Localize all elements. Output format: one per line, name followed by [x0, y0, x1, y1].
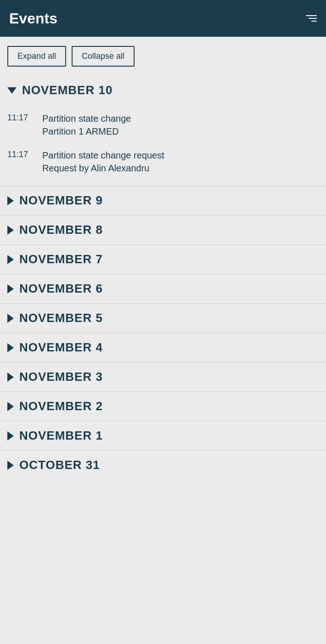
date-header-nov10[interactable]: NOVEMBER 10 — [7, 76, 319, 105]
date-label-nov10: NOVEMBER 10 — [22, 83, 112, 97]
events-sections: NOVEMBER 1011:17Partition state changePa… — [0, 76, 326, 480]
date-section-nov4: NOVEMBER 4 — [0, 333, 326, 362]
date-section-oct31: OCTOBER 31 — [0, 451, 326, 480]
collapse-all-button[interactable]: Collapse all — [72, 46, 135, 67]
date-label-nov3: NOVEMBER 3 — [19, 370, 103, 384]
date-header-nov2[interactable]: NOVEMBER 2 — [7, 392, 319, 421]
date-header-oct31[interactable]: OCTOBER 31 — [7, 451, 319, 480]
event-details: Partition state change requestRequest by… — [42, 149, 164, 175]
chevron-right-icon — [7, 314, 14, 323]
date-section-nov6: NOVEMBER 6 — [0, 274, 326, 303]
date-section-nov8: NOVEMBER 8 — [0, 215, 326, 244]
chevron-right-icon — [7, 402, 14, 411]
date-label-nov7: NOVEMBER 7 — [19, 252, 103, 266]
page-title: Events — [9, 10, 57, 27]
date-section-nov5: NOVEMBER 5 — [0, 304, 326, 333]
date-header-nov1[interactable]: NOVEMBER 1 — [7, 421, 319, 450]
filter-icon-line1 — [306, 15, 317, 16]
event-time: 11:17 — [7, 112, 35, 138]
date-header-nov9[interactable]: NOVEMBER 9 — [7, 186, 319, 215]
date-label-nov4: NOVEMBER 4 — [19, 340, 103, 355]
date-header-nov6[interactable]: NOVEMBER 6 — [7, 274, 319, 303]
chevron-right-icon — [7, 461, 14, 470]
date-label-nov9: NOVEMBER 9 — [19, 193, 103, 208]
app-header: Events — [0, 0, 326, 37]
filter-icon-line2 — [309, 18, 317, 19]
event-time: 11:17 — [7, 149, 35, 175]
date-label-nov8: NOVEMBER 8 — [19, 223, 103, 237]
chevron-down-icon — [7, 87, 17, 94]
date-header-nov5[interactable]: NOVEMBER 5 — [7, 304, 319, 333]
date-label-oct31: OCTOBER 31 — [19, 458, 100, 472]
chevron-right-icon — [7, 431, 14, 441]
chevron-right-icon — [7, 226, 14, 235]
list-item: 11:17Partition state changePartition 1 A… — [7, 107, 319, 143]
toolbar: Expand all Collapse all — [0, 37, 326, 76]
events-list-nov10: 11:17Partition state changePartition 1 A… — [7, 105, 319, 186]
chevron-right-icon — [7, 343, 14, 352]
date-section-nov1: NOVEMBER 1 — [0, 421, 326, 450]
chevron-right-icon — [7, 284, 14, 294]
expand-all-button[interactable]: Expand all — [7, 46, 66, 67]
date-section-nov10: NOVEMBER 1011:17Partition state changePa… — [0, 76, 326, 186]
filter-icon-line3 — [311, 21, 317, 22]
date-section-nov7: NOVEMBER 7 — [0, 245, 326, 274]
list-item: 11:17Partition state change requestReque… — [7, 143, 319, 180]
date-section-nov3: NOVEMBER 3 — [0, 362, 326, 391]
event-details: Partition state changePartition 1 ARMED — [42, 112, 131, 138]
date-label-nov2: NOVEMBER 2 — [19, 399, 103, 413]
date-header-nov4[interactable]: NOVEMBER 4 — [7, 333, 319, 362]
date-header-nov8[interactable]: NOVEMBER 8 — [7, 215, 319, 244]
date-label-nov5: NOVEMBER 5 — [19, 311, 103, 325]
date-header-nov3[interactable]: NOVEMBER 3 — [7, 362, 319, 391]
chevron-right-icon — [7, 255, 14, 264]
date-label-nov6: NOVEMBER 6 — [19, 282, 103, 296]
date-section-nov9: NOVEMBER 9 — [0, 186, 326, 215]
chevron-right-icon — [7, 196, 14, 205]
filter-button[interactable] — [306, 15, 317, 22]
date-section-nov2: NOVEMBER 2 — [0, 392, 326, 421]
date-label-nov1: NOVEMBER 1 — [19, 429, 103, 443]
chevron-right-icon — [7, 373, 14, 382]
date-header-nov7[interactable]: NOVEMBER 7 — [7, 245, 319, 274]
